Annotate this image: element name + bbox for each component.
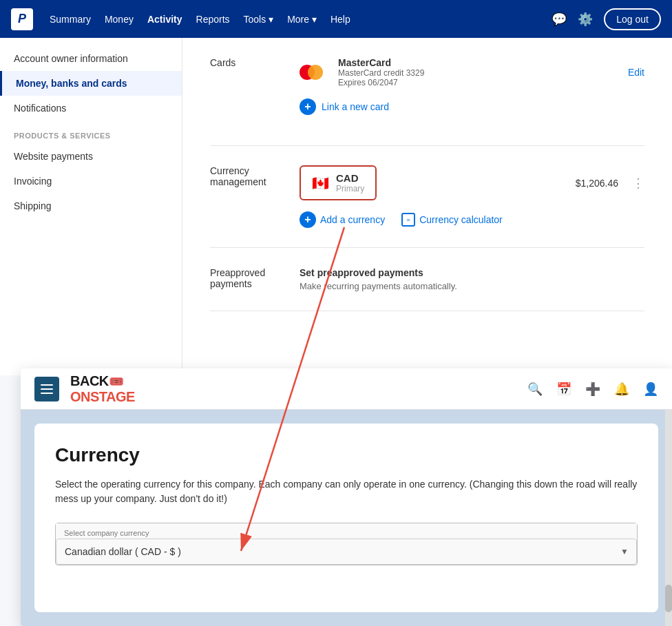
currency-row: 🇨🇦 CAD Primary $1,206.46 ⋮ — [300, 165, 644, 200]
backstage-logo: BACK🎟️ ONSTAGE — [70, 373, 135, 404]
nav-more[interactable]: More ▾ — [287, 14, 317, 25]
cad-code: CAD — [336, 172, 364, 184]
sidebar-money-banks[interactable]: Money, banks and cards — [0, 71, 182, 96]
sidebar-account-owner[interactable]: Account owner information — [0, 46, 182, 71]
currency-content: 🇨🇦 CAD Primary $1,206.46 ⋮ + — [300, 165, 644, 228]
mastercard-icon — [300, 63, 327, 81]
hamburger-button[interactable] — [34, 377, 59, 401]
currency-select-wrapper: Canadian dollar ( CAD - $ ) ▼ — [56, 539, 637, 565]
mastercard-item: MasterCard MasterCard credit 3329 Expire… — [300, 57, 644, 87]
backstage-panel: BACK🎟️ ONSTAGE 🔍 📅 ➕ 🔔 👤 Currency Select… — [21, 368, 672, 626]
currency-menu-icon[interactable]: ⋮ — [632, 176, 644, 191]
currency-card-title: Currency — [55, 444, 638, 466]
edit-card-link[interactable]: Edit — [628, 67, 644, 78]
preapproved-sub-title: Set preapproved payments — [300, 267, 644, 278]
add-currency-icon: + — [300, 211, 316, 228]
add-currency-link[interactable]: + Add a currency — [300, 211, 385, 228]
paypal-panel: P Summary Money Activity Reports Tools ▾… — [0, 0, 672, 375]
calculator-icon: = — [401, 213, 415, 227]
paypal-nav-links: Summary Money Activity Reports Tools ▾ M… — [50, 14, 350, 25]
currency-section-title: Currency management — [210, 165, 300, 187]
logo-back-text: BACK🎟️ — [70, 373, 135, 389]
backstage-nav: BACK🎟️ ONSTAGE 🔍 📅 ➕ 🔔 👤 — [21, 368, 672, 410]
calendar-icon[interactable]: 📅 — [556, 382, 571, 397]
search-icon[interactable]: 🔍 — [527, 382, 543, 397]
paypal-logo: P — [11, 8, 33, 30]
cards-content: MasterCard MasterCard credit 3329 Expire… — [300, 57, 644, 126]
cad-currency-box[interactable]: 🇨🇦 CAD Primary — [300, 165, 377, 200]
scrollbar[interactable] — [665, 410, 672, 626]
nav-reports[interactable]: Reports — [196, 14, 230, 25]
preapproved-section-row: Preapproved payments Set preapproved pay… — [210, 267, 644, 291]
currency-section-row: Currency management 🇨🇦 CAD Primary $1,20… — [210, 165, 644, 228]
logo-onstage-text: ONSTAGE — [70, 389, 135, 404]
nav-activity[interactable]: Activity — [147, 14, 182, 25]
sidebar-website-payments[interactable]: Website payments — [0, 144, 182, 169]
preapproved-section: Preapproved payments Set preapproved pay… — [210, 248, 644, 311]
currency-card: Currency Select the operating currency f… — [34, 424, 658, 612]
preapproved-title: Preapproved payments — [210, 267, 300, 289]
currency-select-label: Select company currency — [56, 523, 637, 539]
hamburger-icon — [41, 384, 53, 394]
chat-icon[interactable]: 💬 — [552, 12, 567, 27]
paypal-content: Account owner information Money, banks a… — [0, 38, 672, 375]
currency-calculator-label: Currency calculator — [419, 214, 503, 225]
canada-flag-icon: 🇨🇦 — [312, 175, 329, 191]
currency-calculator-link[interactable]: = Currency calculator — [401, 213, 503, 227]
cad-info: CAD Primary — [336, 172, 364, 194]
currency-card-description: Select the operating currency for this c… — [55, 477, 638, 506]
currency-actions: + Add a currency = Currency calculator — [300, 211, 644, 228]
cards-section-title: Cards — [210, 57, 300, 68]
nav-help[interactable]: Help — [330, 14, 350, 25]
paypal-sidebar: Account owner information Money, banks a… — [0, 38, 182, 375]
currency-select[interactable]: Canadian dollar ( CAD - $ ) — [56, 539, 637, 565]
sidebar-shipping[interactable]: Shipping — [0, 194, 182, 218]
paypal-nav-right: 💬 ⚙️ Log out — [552, 8, 661, 30]
sidebar-products-label: PRODUCTS & SERVICES — [0, 121, 182, 144]
nav-tools[interactable]: Tools ▾ — [244, 14, 274, 25]
notification-icon[interactable]: 🔔 — [614, 382, 629, 397]
nav-money[interactable]: Money — [105, 14, 134, 25]
add-card-icon: + — [300, 98, 316, 115]
paypal-main: Cards MasterCard MasterCard credit 3329 … — [182, 38, 672, 375]
add-card-label: Link a new card — [322, 101, 389, 112]
add-icon[interactable]: ➕ — [585, 382, 600, 397]
currency-section: Currency management 🇨🇦 CAD Primary $1,20… — [210, 146, 644, 248]
card-name: MasterCard — [338, 57, 617, 68]
cards-section: Cards MasterCard MasterCard credit 3329 … — [210, 38, 644, 146]
logout-button[interactable]: Log out — [604, 8, 661, 30]
add-currency-label: Add a currency — [320, 214, 385, 225]
card-info: MasterCard MasterCard credit 3329 Expire… — [338, 57, 617, 87]
add-card-link[interactable]: + Link a new card — [300, 98, 644, 115]
card-detail: MasterCard credit 3329 — [338, 68, 617, 78]
paypal-nav: P Summary Money Activity Reports Tools ▾… — [0, 0, 672, 38]
backstage-nav-right: 🔍 📅 ➕ 🔔 👤 — [527, 382, 658, 397]
nav-summary[interactable]: Summary — [50, 14, 91, 25]
scrollbar-thumb[interactable] — [665, 585, 672, 612]
backstage-content: Currency Select the operating currency f… — [21, 410, 672, 626]
currency-amount: $1,206.46 — [576, 178, 618, 189]
preapproved-content: Set preapproved payments Make recurring … — [300, 267, 644, 291]
sidebar-notifications[interactable]: Notifications — [0, 96, 182, 121]
preapproved-sub-desc: Make recurring payments automatically. — [300, 281, 644, 291]
currency-select-group: Select company currency Canadian dollar … — [55, 523, 638, 565]
user-icon[interactable]: 👤 — [643, 382, 658, 397]
cards-section-row: Cards MasterCard MasterCard credit 3329 … — [210, 57, 644, 126]
cad-primary: Primary — [336, 184, 364, 194]
card-expires: Expires 06/2047 — [338, 78, 617, 87]
settings-icon[interactable]: ⚙️ — [578, 12, 593, 27]
sidebar-invoicing[interactable]: Invoicing — [0, 169, 182, 194]
